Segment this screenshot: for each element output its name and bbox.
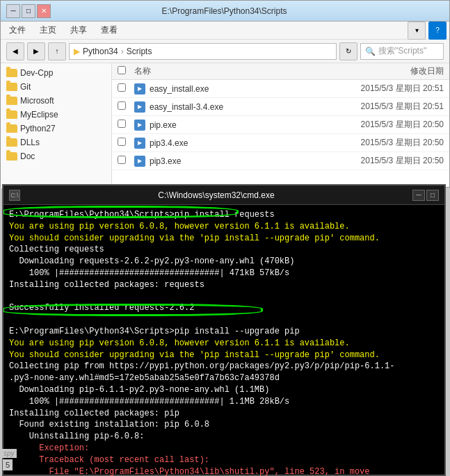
sidebar-item-git[interactable]: Git — [1, 80, 111, 94]
cmd-line-20: Uninstalling pip-6.0.8: — [9, 431, 439, 443]
cmd-maximize-button[interactable]: □ — [426, 190, 439, 201]
check-column-header — [118, 66, 134, 76]
cmd-minimize-button[interactable]: ─ — [412, 190, 425, 201]
file-list-header: 名称 修改日期 — [112, 63, 449, 80]
breadcrumb-python34[interactable]: Python34 — [83, 47, 118, 56]
sidebar-item-doc[interactable]: Doc — [1, 149, 111, 163]
search-bar[interactable]: 🔍 搜索"Scripts" — [360, 43, 444, 60]
explorer-window: ─ □ ✕ E:\ProgramFiles\Python34\Scripts 文… — [0, 0, 450, 188]
folder-icon — [6, 138, 17, 147]
file-checkbox[interactable] — [118, 156, 126, 164]
sidebar-label: MyEclipse — [20, 110, 58, 120]
maximize-button[interactable]: □ — [22, 4, 35, 18]
cmd-line-19: Found existing installation: pip 6.0.8 — [9, 419, 439, 431]
select-all-checkbox[interactable] — [118, 66, 126, 74]
date-column-header: 修改日期 — [346, 65, 444, 77]
file-checkbox[interactable] — [118, 83, 126, 92]
file-name: pip3.exe — [150, 156, 346, 166]
cmd-body: E:\ProgramFiles\Python34\Scripts>pip ins… — [3, 205, 444, 476]
sidebar-item-microsoft[interactable]: Microsoft — [1, 94, 111, 108]
close-button[interactable]: ✕ — [37, 4, 51, 18]
menu-file[interactable]: 文件 — [3, 23, 31, 38]
sidebar-item-devcpp[interactable]: Dev-Cpp — [1, 66, 111, 80]
file-date: 2015/5/3 星期日 20:50 — [346, 137, 444, 149]
page-badge: 5 — [3, 459, 13, 470]
explorer-menu: 文件 主页 共享 查看 ▾ ? — [1, 22, 449, 40]
forward-button[interactable]: ▶ — [27, 42, 45, 60]
cmd-line-10 — [9, 314, 439, 326]
sidebar-label: Git — [20, 82, 31, 92]
name-column-header: 名称 — [134, 65, 346, 77]
file-name: pip.exe — [150, 120, 346, 130]
breadcrumb-sep: › — [121, 47, 124, 56]
file-exe-icon: ▶ — [134, 156, 145, 167]
file-exe-icon: ▶ — [134, 138, 145, 149]
cmd-line-5: Downloading requests-2.6.2-py2.py3-none-… — [9, 256, 439, 268]
menu-home[interactable]: 主页 — [34, 23, 62, 38]
cmd-line-1: E:\ProgramFiles\Python34\Scripts>pip ins… — [9, 209, 439, 221]
back-button[interactable]: ◀ — [6, 42, 24, 60]
cmd-line-2: You are using pip version 6.0.8, however… — [9, 221, 439, 233]
folder-icon — [6, 97, 17, 105]
folder-icon — [6, 69, 17, 77]
file-row[interactable]: ▶ easy_install-3.4.exe 2015/5/3 星期日 20:5… — [112, 98, 449, 116]
minimize-button[interactable]: ─ — [6, 4, 20, 18]
breadcrumb-scripts[interactable]: Scripts — [127, 47, 152, 56]
refresh-button[interactable]: ↻ — [339, 42, 357, 60]
file-row[interactable]: ▶ pip.exe 2015/5/3 星期日 20:50 — [112, 116, 449, 134]
cmd-line-17: 100% |################################| … — [9, 396, 439, 408]
up-button[interactable]: ↑ — [48, 42, 66, 60]
cmd-icon: C:\ — [9, 190, 20, 201]
cmd-title: C:\Windows\system32\cmd.exe — [20, 190, 412, 200]
file-name: pip3.4.exe — [150, 138, 346, 148]
folder-icon-small: ▶ — [74, 47, 80, 56]
file-row[interactable]: ▶ pip3.exe 2015/5/3 星期日 20:50 — [112, 152, 449, 170]
sidebar-panel: Dev-Cpp Git Microsoft MyEclipse Python27… — [1, 63, 112, 188]
menu-view[interactable]: 查看 — [95, 23, 123, 38]
menu-share[interactable]: 共享 — [65, 23, 93, 38]
folder-icon — [6, 83, 17, 91]
cmd-line-12: You are using pip version 6.0.8, however… — [9, 338, 439, 350]
help-button[interactable]: ? — [428, 22, 447, 40]
file-row[interactable]: ▶ pip3.4.exe 2015/5/3 星期日 20:50 — [112, 134, 449, 152]
file-checkbox[interactable] — [118, 101, 126, 110]
folder-icon — [6, 152, 17, 161]
file-row[interactable]: ▶ easy_install.exe 2015/5/3 星期日 20:51 — [112, 80, 449, 98]
file-exe-icon: ▶ — [134, 120, 145, 131]
sidebar-label: Dev-Cpp — [20, 68, 53, 78]
spy-badge: spy — [1, 449, 17, 458]
cmd-line-22: Traceback (most recent call last): — [9, 454, 439, 466]
sidebar-label: Doc — [20, 151, 35, 161]
file-date: 2015/5/3 星期日 20:50 — [346, 155, 444, 167]
explorer-titlebar: ─ □ ✕ E:\ProgramFiles\Python34\Scripts — [1, 1, 449, 22]
file-checkbox[interactable] — [118, 120, 126, 128]
cmd-line-18: Installing collected packages: pip — [9, 408, 439, 420]
sidebar-item-python27[interactable]: Python27 — [1, 122, 111, 136]
cmd-line-3: You should consider upgrading via the 'p… — [9, 233, 439, 245]
cmd-line-8 — [9, 291, 439, 303]
sidebar-item-dlls[interactable]: DLLs — [1, 136, 111, 149]
sidebar-label: DLLs — [20, 138, 40, 147]
cmd-line-9: Successfully installed requests-2.6.2 — [9, 302, 439, 314]
sidebar-label: Python27 — [20, 124, 56, 133]
main-panel: 名称 修改日期 ▶ easy_install.exe 2015/5/3 星期日 … — [112, 63, 449, 188]
folder-icon — [6, 110, 17, 119]
file-date: 2015/5/3 星期日 20:51 — [346, 83, 444, 95]
sidebar-label: Microsoft — [20, 96, 54, 106]
cmd-line-4: Collecting requests — [9, 244, 439, 256]
cmd-line-7: Installing collected packages: requests — [9, 279, 439, 291]
cmd-line-11: E:\ProgramFiles\Python34\Scripts>pip ins… — [9, 326, 439, 338]
explorer-title: E:\ProgramFiles\Python34\Scripts — [51, 6, 398, 16]
cmd-line-13: You should consider upgrading via the 'p… — [9, 350, 439, 361]
explorer-body: Dev-Cpp Git Microsoft MyEclipse Python27… — [1, 63, 449, 188]
address-bar[interactable]: ▶ Python34 › Scripts — [69, 43, 337, 60]
file-exe-icon: ▶ — [134, 83, 145, 95]
cmd-titlebar: C:\ C:\Windows\system32\cmd.exe ─ □ — [3, 186, 444, 205]
search-placeholder: 搜索"Scripts" — [378, 45, 426, 57]
file-checkbox[interactable] — [118, 138, 126, 146]
file-date: 2015/5/3 星期日 20:51 — [346, 101, 444, 113]
sidebar-item-myeclipse[interactable]: MyEclipse — [1, 108, 111, 122]
search-icon: 🔍 — [365, 47, 376, 56]
file-name: easy_install-3.4.exe — [150, 102, 346, 112]
expand-ribbon-button[interactable]: ▾ — [408, 22, 426, 40]
